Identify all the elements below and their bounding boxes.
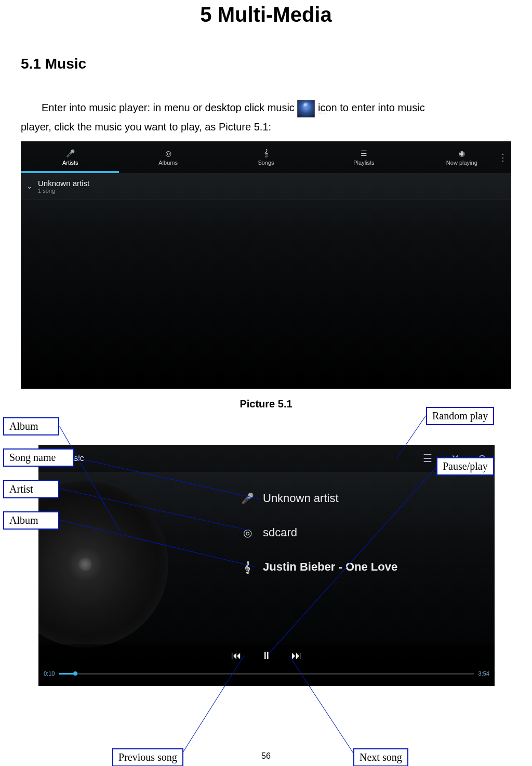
callout-next-song: Next song [353,748,408,766]
artists-icon: 🎤 [66,149,75,157]
next-button[interactable]: ⏭ [291,650,302,662]
music-app-icon [297,100,315,117]
callout-pause-play: Pause/play [436,457,494,476]
chapter-title: 5 Multi-Media [0,3,532,27]
screenshot-now-playing: ‹ Music ☰ ✕ ⟳ 🎤 Unknown artist ◎ sdcard … [38,445,495,686]
callout-song-name: Song name [3,448,74,467]
callout-artist: Artist [3,480,59,498]
artist-list-item[interactable]: ⌄ Unknown artist 1 song [21,173,511,200]
now-playing-song: Justin Bieber - One Love [263,560,397,574]
intro-text-1: Enter into music player: in menu or desk… [42,102,297,113]
tab-now-playing-label: Now playing [446,160,477,166]
queue-icon[interactable]: ☰ [423,452,432,465]
library-tabs: 🎤 Artists ◎ Albums 𝄞 Songs ☰ Playlists ◉… [21,142,511,173]
page-number: 56 [261,751,271,761]
artist-name: Unknown artist [38,179,89,188]
tab-playlists-label: Playlists [353,160,374,166]
progress-bar[interactable] [59,673,474,675]
tab-albums-label: Albums [158,160,178,166]
intro-paragraph: Enter into music player: in menu or desk… [21,98,511,136]
meta-album-row: ◎ sdcard [241,526,397,539]
screenshot-music-library: 🎤 Artists ◎ Albums 𝄞 Songs ☰ Playlists ◉… [21,141,511,389]
previous-button[interactable]: ⏮ [231,650,242,662]
tab-songs[interactable]: 𝄞 Songs [217,142,315,173]
tab-playlists[interactable]: ☰ Playlists [315,142,413,173]
callout-album-top: Album [3,417,59,435]
now-playing-album: sdcard [263,526,297,539]
songs-icon: 𝄞 [264,149,268,157]
time-elapsed: 0:10 [44,670,55,677]
artist-song-count: 1 song [38,188,89,194]
mic-icon: 🎤 [241,492,254,505]
tab-songs-label: Songs [258,160,274,166]
now-playing-artist: Unknown artist [263,492,339,505]
callout-album-bottom: Album [3,511,59,530]
meta-song-row: 𝄞 Justin Bieber - One Love [241,560,397,574]
treble-clef-icon: 𝄞 [241,561,254,573]
now-playing-icon: ◉ [459,149,465,157]
overflow-menu-button[interactable]: ⋮ [495,142,511,173]
chevron-down-icon: ⌄ [26,182,33,190]
time-total: 3:54 [478,670,489,677]
intro-text-2: icon to enter into music [318,102,425,113]
albums-icon: ◎ [165,149,171,157]
tab-albums[interactable]: ◎ Albums [119,142,217,173]
active-tab-indicator [21,171,119,173]
tab-artists-label: Artists [62,160,78,166]
intro-text-3: player, click the music you want to play… [21,117,511,136]
tab-artists[interactable]: 🎤 Artists [21,142,119,173]
meta-artist-row: 🎤 Unknown artist [241,492,397,505]
now-playing-top-bar: ‹ Music ☰ ✕ ⟳ [38,445,495,472]
callout-previous-song: Previous song [112,748,183,766]
progress-thumb[interactable] [73,671,77,676]
playlists-icon: ☰ [361,149,367,157]
callout-random-play: Random play [426,407,494,425]
section-title: 5.1 Music [21,56,532,72]
playback-control-area: ⏮ ⏸ ⏭ 0:10 3:54 [38,644,495,686]
album-art [38,481,168,648]
